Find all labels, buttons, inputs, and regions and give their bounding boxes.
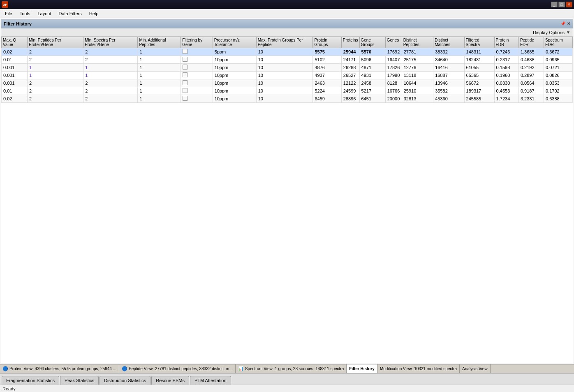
table-cell: 25910	[402, 87, 433, 95]
table-cell	[181, 56, 213, 64]
table-cell: 2	[83, 79, 138, 87]
table-cell: 10	[256, 95, 313, 103]
table-cell: 189317	[464, 87, 494, 95]
bottom-tab[interactable]: Distribution Statistics	[100, 376, 150, 385]
close-button[interactable]: ✕	[566, 2, 572, 7]
table-container[interactable]: Max. Q Value Min. Peptides Per Protein/G…	[1, 37, 573, 363]
table-cell: 5575	[313, 48, 341, 56]
table-cell: 10	[256, 79, 313, 87]
bottom-tab[interactable]: Rescue PSMs	[151, 376, 189, 385]
panel-header: Filter History 📌 ✕	[1, 19, 573, 28]
bottom-tab[interactable]: Fragmentation Statistics	[2, 376, 59, 385]
table-cell: 26527	[341, 72, 359, 79]
col-filter-gene: Filtering by Gene	[181, 37, 213, 48]
table-cell: 16407	[385, 56, 402, 64]
title-bar-left: DP	[2, 1, 8, 8]
table-cell: 34640	[433, 56, 464, 64]
col-spec-fdr: Spectrum FDR	[544, 37, 573, 48]
table-cell: 182431	[464, 56, 494, 64]
table-cell: 3.2331	[518, 95, 544, 103]
table-cell: 1	[138, 72, 181, 79]
table-cell: 1	[138, 95, 181, 103]
status-item[interactable]: 🔵Protein View: 4394 clusters, 5575 prote…	[0, 364, 119, 373]
table-cell: 2	[83, 87, 138, 95]
title-bar-controls[interactable]: _ □ ✕	[551, 2, 572, 7]
table-cell: 148311	[464, 48, 494, 56]
table-cell: 2	[28, 79, 83, 87]
pin-button[interactable]: 📌	[560, 21, 565, 26]
table-cell: 2463	[313, 79, 341, 87]
status-item[interactable]: Filter History	[347, 364, 377, 373]
table-cell: 0.02	[2, 95, 28, 103]
table-cell: 6451	[359, 95, 385, 103]
table-cell: 0.001	[2, 64, 28, 72]
status-item[interactable]: Modification View: 10321 modified spectr…	[377, 364, 460, 373]
table-cell: 16887	[433, 72, 464, 79]
table-cell: 4871	[359, 64, 385, 72]
table-cell: 0.001	[2, 79, 28, 87]
col-min-spec-prot: Min. Spectra Per Protein/Gene	[83, 37, 138, 48]
table-cell: 45360	[433, 95, 464, 103]
table-row[interactable]: 0.0122110ppm1052242459952171676625910355…	[2, 87, 573, 95]
col-proteins: Proteins	[341, 37, 359, 48]
table-cell: 35582	[433, 87, 464, 95]
status-bar: 🔵Protein View: 4394 clusters, 5575 prote…	[0, 364, 574, 373]
table-cell: 10	[256, 56, 313, 64]
table-row[interactable]: 0.00111110ppm104876262884871178261277616…	[2, 64, 573, 72]
panel-close-button[interactable]: ✕	[567, 21, 570, 26]
status-icon: 🔵	[2, 366, 8, 371]
col-distinct-pep: Distinct Peptides	[402, 37, 433, 48]
table-cell: 245585	[464, 95, 494, 103]
table-cell: 0.6388	[544, 95, 573, 103]
table-cell: 0.0826	[544, 72, 573, 79]
table-row[interactable]: 0.00122110ppm102463121222458812810644139…	[2, 79, 573, 87]
table-cell: 24599	[341, 87, 359, 95]
table-cell: 10ppm	[213, 95, 256, 103]
display-options-icon[interactable]: ▼	[566, 30, 570, 35]
main-content: Filter History 📌 ✕ Display Options ▼ Max…	[0, 18, 574, 364]
table-cell: 5102	[313, 56, 341, 64]
col-genes: Genes	[385, 37, 402, 48]
table-row[interactable]: 0.0222110ppm1064592889664512000032813453…	[2, 95, 573, 103]
table-cell: 17990	[385, 72, 402, 79]
bottom-tab[interactable]: Peak Statistics	[60, 376, 99, 385]
status-item[interactable]: 🔵Peptide View: 27781 distinct peptides, …	[119, 364, 236, 373]
status-label: Protein View: 4394 clusters, 5575 protei…	[9, 366, 116, 371]
table-cell: 0.2192	[518, 64, 544, 72]
bottom-tab[interactable]: PTM Attestation	[190, 376, 231, 385]
table-cell: 2	[83, 95, 138, 103]
status-item[interactable]: Analysis View	[460, 364, 491, 373]
table-cell: 0.2317	[494, 56, 518, 64]
filter-history-panel: Filter History 📌 ✕ Display Options ▼ Max…	[1, 19, 573, 363]
table-cell: 0.4688	[518, 56, 544, 64]
table-cell: 1	[83, 64, 138, 72]
table-cell: 2	[28, 56, 83, 64]
minimize-button[interactable]: _	[551, 2, 558, 7]
table-cell: 10ppm	[213, 72, 256, 79]
status-item[interactable]: 📊Spectrum View: 1 groups, 23 sources, 14…	[236, 364, 347, 373]
table-cell: 65365	[464, 72, 494, 79]
maximize-button[interactable]: □	[558, 2, 565, 7]
table-cell: 5ppm	[213, 48, 256, 56]
menu-file[interactable]: File	[2, 10, 16, 17]
table-cell: 0.1702	[544, 87, 573, 95]
status-label: Modification View: 10321 modified spectr…	[380, 366, 457, 371]
table-row[interactable]: 0.022215ppm10557525944557017692277813833…	[2, 48, 573, 56]
table-cell: 4937	[313, 72, 341, 79]
menu-data-filters[interactable]: Data Filters	[55, 10, 85, 17]
table-cell: 27781	[402, 48, 433, 56]
table-cell: 10ppm	[213, 79, 256, 87]
menu-help[interactable]: Help	[86, 10, 102, 17]
menu-tools[interactable]: Tools	[16, 10, 34, 17]
display-options-bar: Display Options ▼	[1, 28, 573, 37]
menu-layout[interactable]: Layout	[34, 10, 54, 17]
table-cell: 2	[83, 56, 138, 64]
table-row[interactable]: 0.0122110ppm1051022417150961640725175346…	[2, 56, 573, 64]
filter-history-table: Max. Q Value Min. Peptides Per Protein/G…	[1, 37, 573, 103]
table-cell	[181, 72, 213, 79]
table-cell: 25944	[341, 48, 359, 56]
table-cell: 0.9187	[518, 87, 544, 95]
table-row[interactable]: 0.00111110ppm104937265274931179901311816…	[2, 72, 573, 79]
table-cell: 0.0721	[544, 64, 573, 72]
table-cell: 1	[28, 72, 83, 79]
